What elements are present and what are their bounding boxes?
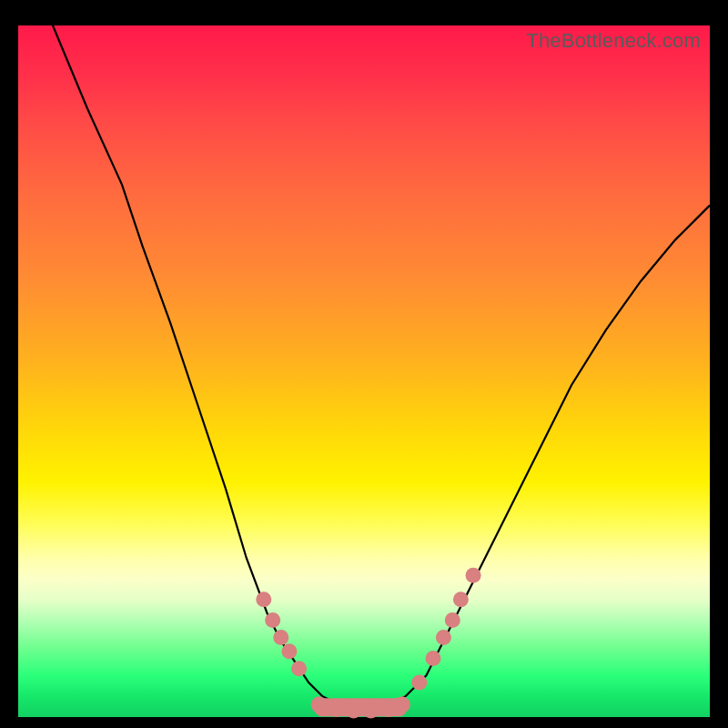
marker-dot	[411, 675, 427, 691]
marker-dot	[265, 612, 280, 628]
chart-frame: TheBottleneck.com	[0, 0, 728, 728]
marker-dot	[453, 592, 469, 607]
marker-dot	[445, 612, 460, 628]
marker-dot	[346, 702, 362, 718]
marker-dot	[291, 661, 307, 676]
marker-dot	[466, 568, 481, 583]
marker-dot	[363, 702, 379, 718]
plot-area: TheBottleneck.com	[18, 25, 710, 717]
marker-dot	[436, 630, 451, 645]
marker-dot	[311, 696, 328, 713]
marker-group-bottom	[311, 696, 410, 718]
marker-group-left	[256, 592, 307, 676]
marker-dot	[426, 651, 441, 666]
marker-dot	[273, 630, 288, 645]
marker-dot	[281, 643, 297, 659]
bottleneck-curve	[53, 25, 710, 710]
marker-dot	[329, 701, 345, 717]
marker-dot	[256, 592, 271, 607]
curve-layer	[18, 25, 710, 717]
marker-dot	[380, 701, 397, 717]
marker-dot	[394, 696, 410, 713]
